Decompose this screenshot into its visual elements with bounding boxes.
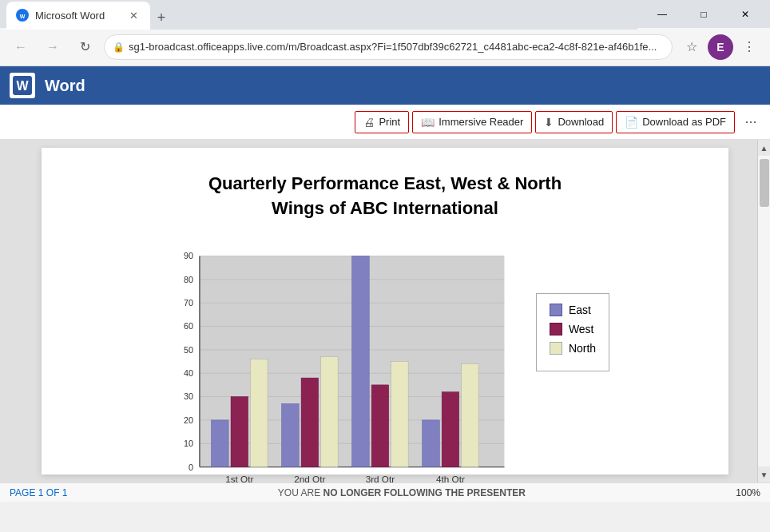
- svg-rect-31: [301, 378, 319, 467]
- document-toolbar: 🖨 Print 📖 Immersive Reader ⬇ Download 📄 …: [0, 105, 770, 140]
- svg-text:40: 40: [184, 368, 193, 378]
- legend-east: East: [550, 304, 596, 316]
- document-page: Quarterly Performance East, West & North…: [42, 148, 728, 474]
- reader-icon: 📖: [421, 116, 435, 129]
- document-scroll-area: Quarterly Performance East, West & North…: [0, 140, 770, 482]
- bookmark-icon[interactable]: ☆: [679, 34, 705, 60]
- address-input[interactable]: 🔒 sg1-broadcast.officeapps.live.com/m/Br…: [104, 34, 673, 60]
- svg-rect-30: [282, 403, 300, 466]
- word-logo: W: [10, 73, 35, 98]
- legend-north: North: [550, 342, 596, 355]
- svg-rect-28: [231, 396, 248, 466]
- svg-rect-34: [371, 384, 389, 466]
- svg-rect-33: [352, 256, 370, 466]
- scroll-thumb[interactable]: [760, 159, 769, 207]
- svg-text:30: 30: [184, 391, 193, 401]
- legend-label-east: East: [569, 304, 591, 316]
- chart-container: 90 80 70 60 50 40 30 20 10 0: [89, 245, 681, 482]
- svg-text:60: 60: [184, 321, 193, 331]
- chart-legend: East West North: [536, 293, 609, 371]
- content-area: Quarterly Performance East, West & North…: [0, 140, 770, 482]
- minimize-button[interactable]: —: [644, 0, 681, 28]
- legend-label-west: West: [569, 323, 594, 335]
- bar-chart: 90 80 70 60 50 40 30 20 10 0: [161, 245, 520, 482]
- toolbar-more-button[interactable]: ···: [738, 109, 764, 135]
- scroll-down-button[interactable]: ▼: [758, 466, 771, 482]
- refresh-button[interactable]: ↻: [72, 34, 97, 60]
- svg-rect-35: [391, 361, 408, 466]
- svg-text:2nd Qtr: 2nd Qtr: [294, 474, 325, 482]
- svg-text:20: 20: [184, 415, 193, 424]
- lock-icon: 🔒: [113, 42, 125, 53]
- word-header: W Word: [0, 66, 770, 105]
- download-button[interactable]: ⬇ Download: [535, 111, 613, 133]
- legend-west: West: [550, 323, 596, 335]
- address-bar: ← → ↻ 🔒 sg1-broadcast.officeapps.live.co…: [0, 28, 770, 66]
- scroll-up-button[interactable]: ▲: [758, 140, 771, 156]
- svg-rect-32: [320, 356, 338, 466]
- svg-text:10: 10: [184, 439, 193, 448]
- presenter-message: YOU ARE NO LONGER FOLLOWING THE PRESENTE…: [278, 487, 526, 498]
- maximize-button[interactable]: □: [685, 0, 722, 28]
- svg-text:0: 0: [189, 462, 193, 471]
- svg-rect-27: [211, 420, 228, 467]
- svg-text:70: 70: [184, 298, 193, 308]
- svg-text:90: 90: [184, 251, 193, 260]
- legend-label-north: North: [569, 342, 596, 355]
- svg-rect-37: [442, 391, 459, 466]
- chart-area: 90 80 70 60 50 40 30 20 10 0: [161, 245, 520, 482]
- address-text: sg1-broadcast.officeapps.live.com/m/Broa…: [129, 41, 657, 53]
- active-tab[interactable]: W Microsoft Word ✕: [6, 2, 150, 30]
- download-pdf-button[interactable]: 📄 Download as PDF: [616, 111, 735, 133]
- window-controls: — □ ✕: [644, 0, 764, 28]
- svg-rect-36: [423, 420, 440, 467]
- document-title: Quarterly Performance East, West & North…: [89, 172, 681, 221]
- zoom-level: 100%: [736, 487, 760, 498]
- print-icon: 🖨: [363, 116, 375, 129]
- more-options-icon[interactable]: ⋮: [736, 34, 762, 60]
- tab-title: Microsoft Word: [35, 10, 105, 22]
- status-bar: PAGE 1 OF 1 YOU ARE NO LONGER FOLLOWING …: [0, 482, 770, 502]
- download-icon: ⬇: [544, 116, 554, 129]
- svg-text:3rd Qtr: 3rd Qtr: [366, 474, 395, 482]
- svg-text:W: W: [16, 79, 29, 93]
- svg-rect-29: [250, 359, 268, 466]
- legend-box-east: [550, 304, 562, 316]
- print-button[interactable]: 🖨 Print: [355, 111, 409, 133]
- page-info: PAGE 1 OF 1: [10, 487, 67, 498]
- title-bar: W Microsoft Word ✕ + — □ ✕: [0, 0, 770, 28]
- pdf-icon: 📄: [625, 116, 638, 129]
- svg-text:W: W: [20, 14, 26, 19]
- tab-bar: W Microsoft Word ✕ +: [6, 0, 637, 30]
- forward-button[interactable]: →: [40, 34, 65, 60]
- svg-text:50: 50: [184, 344, 193, 354]
- svg-text:1st Qtr: 1st Qtr: [225, 474, 253, 482]
- word-title: Word: [45, 77, 85, 95]
- profile-icon[interactable]: E: [708, 34, 733, 60]
- legend-box-north: [550, 342, 562, 355]
- browser-toolbar-icons: ☆ E ⋮: [679, 34, 762, 60]
- new-tab-button[interactable]: +: [150, 7, 173, 30]
- immersive-reader-button[interactable]: 📖 Immersive Reader: [412, 111, 532, 133]
- svg-text:80: 80: [184, 274, 193, 284]
- tab-close-button[interactable]: ✕: [126, 8, 141, 22]
- svg-rect-38: [462, 363, 479, 466]
- tab-favicon: W: [16, 9, 29, 22]
- svg-text:4th Qtr: 4th Qtr: [436, 474, 465, 482]
- legend-box-west: [550, 323, 562, 335]
- back-button[interactable]: ←: [8, 34, 34, 60]
- vertical-scrollbar[interactable]: ▲ ▼: [757, 140, 770, 482]
- close-button[interactable]: ✕: [727, 0, 764, 28]
